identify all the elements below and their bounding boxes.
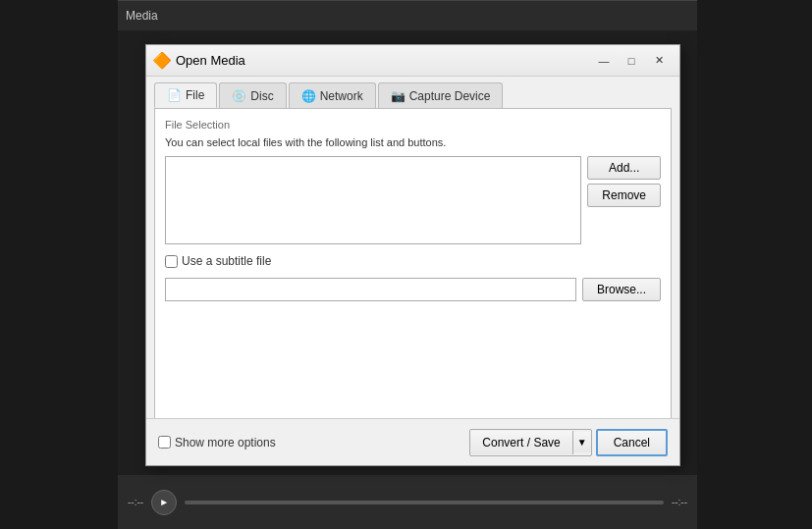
footer-buttons: Convert / Save ▼ Cancel — [469, 429, 668, 456]
file-buttons: Add... Remove — [587, 156, 661, 244]
time-end-label: --:-- — [672, 497, 687, 507]
capture-tab-icon: 📷 — [391, 89, 406, 103]
minimize-button[interactable]: — — [591, 51, 617, 71]
play-button[interactable]: ► — [151, 490, 177, 515]
subtitle-input-row: Browse... — [165, 278, 661, 301]
file-list-box[interactable] — [165, 156, 581, 244]
subtitle-path-input[interactable] — [165, 278, 576, 301]
subtitle-checkbox[interactable] — [165, 255, 178, 268]
disc-tab-icon: 💿 — [232, 89, 246, 103]
show-more-text: Show more options — [175, 436, 276, 450]
file-selection-label: File Selection — [165, 119, 661, 131]
convert-save-button[interactable]: Convert / Save — [470, 431, 572, 454]
show-more-checkbox[interactable] — [158, 436, 171, 449]
convert-save-arrow-button[interactable]: ▼ — [573, 432, 591, 452]
cancel-button[interactable]: Cancel — [596, 429, 668, 456]
tab-disc-label: Disc — [250, 89, 273, 103]
tab-network-label: Network — [320, 89, 363, 103]
tab-file-label: File — [186, 88, 204, 102]
dialog-footer: Show more options Convert / Save ▼ Cance… — [146, 418, 679, 465]
tab-file[interactable]: 📄 File — [154, 82, 217, 108]
progress-bar[interactable] — [185, 501, 664, 504]
maximize-button[interactable]: □ — [619, 51, 644, 71]
dialog-window-controls: — □ ✕ — [591, 51, 672, 71]
remove-button[interactable]: Remove — [587, 184, 661, 207]
dialog-title-bar: 🔶 Open Media — □ ✕ — [146, 45, 679, 77]
browse-button[interactable]: Browse... — [582, 278, 661, 301]
network-tab-icon: 🌐 — [301, 89, 316, 103]
vlc-bottom-bar: --:-- ► --:-- — [118, 475, 697, 529]
open-media-dialog: 🔶 Open Media — □ ✕ 📄 File 💿 Disc 🌐 Netwo… — [145, 44, 680, 466]
close-button[interactable]: ✕ — [646, 51, 672, 71]
tab-network[interactable]: 🌐 Network — [289, 82, 376, 108]
show-more-options-label[interactable]: Show more options — [158, 436, 461, 450]
file-area: Add... Remove — [165, 156, 661, 244]
file-selection-hint: You can select local files with the foll… — [165, 136, 661, 148]
dark-overlay-right — [694, 0, 812, 529]
subtitle-row: Use a subtitle file — [165, 254, 661, 268]
tab-disc[interactable]: 💿 Disc — [219, 82, 286, 108]
tab-capture-label: Capture Device — [409, 89, 491, 103]
vlc-title-label: Media — [126, 9, 158, 23]
vlc-title-bar: Media — [118, 1, 697, 30]
convert-save-group: Convert / Save ▼ — [469, 429, 591, 456]
tab-capture-device[interactable]: 📷 Capture Device — [378, 82, 504, 108]
file-tab-icon: 📄 — [167, 88, 182, 102]
vlc-cone-icon: 🔶 — [152, 51, 172, 70]
tab-file-content: File Selection You can select local file… — [154, 108, 672, 422]
dialog-title: Open Media — [176, 53, 585, 68]
subtitle-label-text: Use a subtitle file — [182, 254, 271, 268]
tabs-bar: 📄 File 💿 Disc 🌐 Network 📷 Capture Device — [146, 77, 679, 108]
add-button[interactable]: Add... — [587, 156, 661, 180]
subtitle-checkbox-label[interactable]: Use a subtitle file — [165, 254, 271, 268]
vlc-icon: 🔶 — [154, 53, 170, 69]
time-start-label: --:-- — [128, 497, 143, 507]
